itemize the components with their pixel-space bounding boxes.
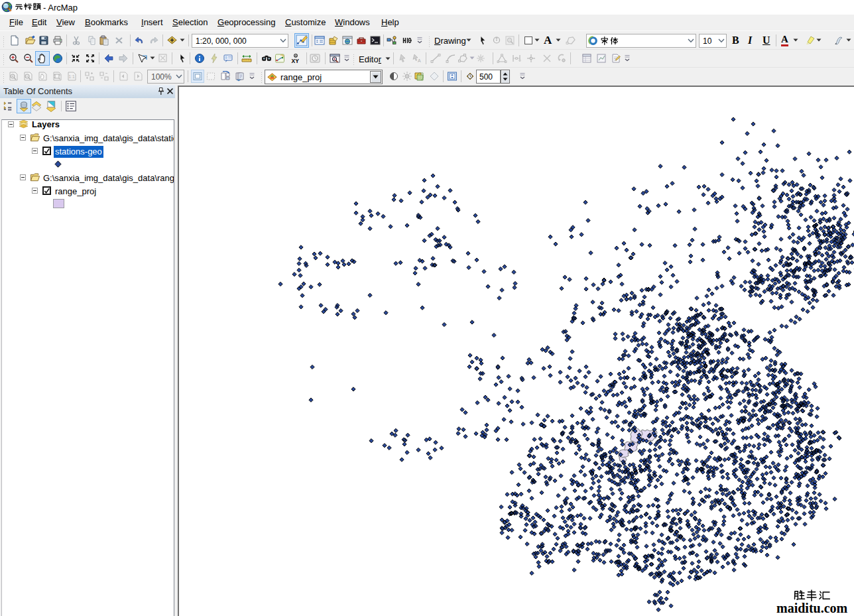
svg-text:A: A [418, 58, 421, 63]
svg-text:1:1: 1:1 [69, 74, 75, 79]
svg-text:maiditu.com: maiditu.com [776, 601, 848, 615]
svg-text:XY: XY [292, 58, 300, 64]
